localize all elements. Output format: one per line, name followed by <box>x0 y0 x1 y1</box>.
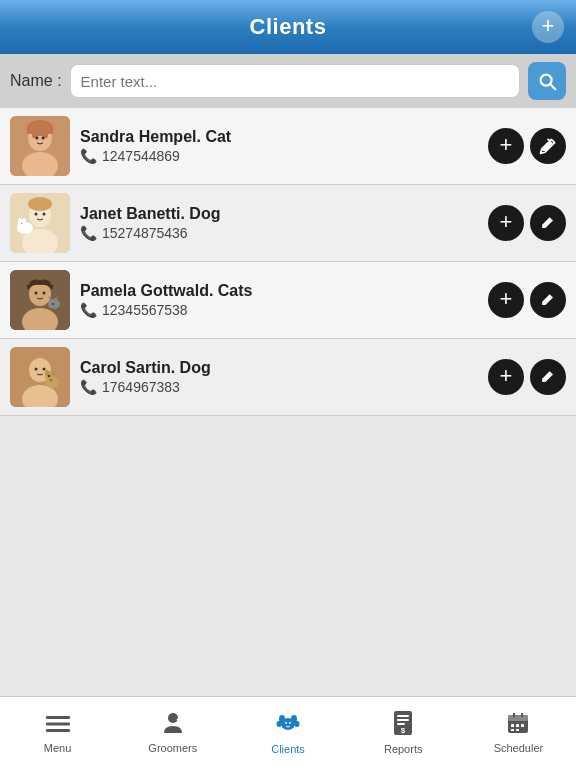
table-row: Sandra Hempel. Cat 📞 1247544869 + <box>0 108 576 185</box>
plus-icon: + <box>500 134 513 156</box>
svg-point-47 <box>277 721 282 727</box>
tab-scheduler[interactable]: Scheduler <box>461 697 576 768</box>
phone-icon: 📞 <box>80 225 97 241</box>
svg-point-34 <box>45 370 49 376</box>
svg-rect-54 <box>397 723 405 725</box>
svg-point-29 <box>35 368 38 371</box>
edit-client-button[interactable] <box>530 128 566 164</box>
table-row: Carol Sartin. Dog 📞 1764967383 + <box>0 339 576 416</box>
plus-icon: + <box>500 365 513 387</box>
svg-point-40 <box>168 713 178 723</box>
svg-point-50 <box>289 722 291 724</box>
search-input[interactable] <box>70 64 520 98</box>
menu-icon <box>46 712 70 739</box>
svg-text:$: $ <box>401 726 406 735</box>
phone-icon: 📞 <box>80 379 97 395</box>
svg-rect-52 <box>397 715 409 717</box>
header-title: Clients <box>250 14 327 40</box>
client-info: Pamela Gottwald. Cats 📞 12345567538 <box>80 282 478 318</box>
tab-reports[interactable]: $ Reports <box>346 697 461 768</box>
add-client-button[interactable]: + <box>532 11 564 43</box>
tab-clients[interactable]: Clients <box>230 697 345 768</box>
tab-menu-label: Menu <box>44 742 72 754</box>
edit-icon <box>538 136 558 156</box>
svg-point-30 <box>43 368 46 371</box>
client-actions: + <box>488 359 566 395</box>
phone-icon: 📞 <box>80 148 97 164</box>
reports-icon: $ <box>391 710 415 740</box>
svg-rect-61 <box>516 724 519 727</box>
svg-rect-53 <box>397 719 409 721</box>
edit-icon <box>538 367 558 387</box>
avatar <box>10 347 70 407</box>
table-row: Pamela Gottwald. Cats 📞 12345567538 + <box>0 262 576 339</box>
client-name: Carol Sartin. Dog <box>80 359 478 377</box>
client-actions: + <box>488 205 566 241</box>
svg-point-5 <box>36 137 39 140</box>
avatar <box>10 270 70 330</box>
svg-point-25 <box>52 303 54 305</box>
clients-icon <box>273 710 303 740</box>
phone-icon: 📞 <box>80 302 97 318</box>
tab-groomers[interactable]: Groomers <box>115 697 230 768</box>
svg-rect-63 <box>511 729 514 731</box>
client-info: Carol Sartin. Dog 📞 1764967383 <box>80 359 478 395</box>
app-header: Clients + <box>0 0 576 54</box>
svg-point-49 <box>285 722 287 724</box>
plus-icon: + <box>542 15 555 37</box>
svg-rect-37 <box>46 716 70 719</box>
tab-clients-label: Clients <box>271 743 305 755</box>
add-appointment-button[interactable]: + <box>488 205 524 241</box>
edit-icon <box>538 213 558 233</box>
edit-client-button[interactable] <box>530 205 566 241</box>
table-row: Janet Banetti. Dog 📞 15274875436 + <box>0 185 576 262</box>
client-phone: 📞 12345567538 <box>80 302 478 318</box>
svg-rect-62 <box>521 724 524 727</box>
edit-client-button[interactable] <box>530 359 566 395</box>
svg-rect-38 <box>46 722 70 725</box>
svg-point-22 <box>35 292 38 295</box>
tab-groomers-label: Groomers <box>148 742 197 754</box>
client-actions: + <box>488 128 566 164</box>
svg-point-17 <box>18 218 22 224</box>
add-appointment-button[interactable]: + <box>488 359 524 395</box>
groomers-icon <box>159 711 187 739</box>
client-info: Sandra Hempel. Cat 📞 1247544869 <box>80 128 478 164</box>
client-phone: 📞 1247544869 <box>80 148 478 164</box>
add-appointment-button[interactable]: + <box>488 128 524 164</box>
svg-point-12 <box>43 213 46 216</box>
client-list: Sandra Hempel. Cat 📞 1247544869 + <box>0 108 576 696</box>
search-label: Name : <box>10 72 62 90</box>
svg-point-36 <box>49 379 53 382</box>
tab-menu[interactable]: Menu <box>0 697 115 768</box>
plus-icon: + <box>500 288 513 310</box>
scheduler-icon <box>506 711 530 739</box>
client-name: Pamela Gottwald. Cats <box>80 282 478 300</box>
plus-icon: + <box>500 211 513 233</box>
search-bar: Name : <box>0 54 576 108</box>
svg-point-42 <box>179 716 183 720</box>
client-info: Janet Banetti. Dog 📞 15274875436 <box>80 205 478 241</box>
add-appointment-button[interactable]: + <box>488 282 524 318</box>
svg-point-18 <box>22 218 26 224</box>
search-icon <box>536 70 558 92</box>
client-phone: 📞 1764967383 <box>80 379 478 395</box>
tab-bar: Menu Groomers <box>0 696 576 768</box>
client-phone: 📞 15274875436 <box>80 225 478 241</box>
search-button[interactable] <box>528 62 566 100</box>
edit-client-button[interactable] <box>530 282 566 318</box>
svg-rect-60 <box>511 724 514 727</box>
client-actions: + <box>488 282 566 318</box>
tab-scheduler-label: Scheduler <box>494 742 544 754</box>
svg-point-35 <box>51 370 55 376</box>
svg-point-23 <box>43 292 46 295</box>
avatar <box>10 116 70 176</box>
svg-point-6 <box>42 137 45 140</box>
avatar <box>10 193 70 253</box>
svg-rect-57 <box>508 715 528 721</box>
client-name: Sandra Hempel. Cat <box>80 128 478 146</box>
tab-reports-label: Reports <box>384 743 423 755</box>
svg-point-48 <box>295 721 300 727</box>
svg-point-13 <box>28 197 52 211</box>
edit-icon <box>538 290 558 310</box>
